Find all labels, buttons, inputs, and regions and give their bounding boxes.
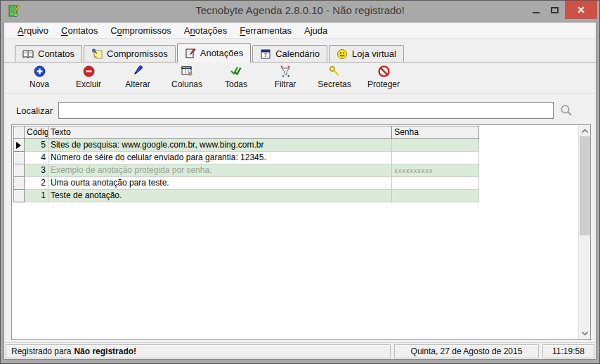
tab-loja-virtual[interactable]: Loja virtual: [329, 45, 404, 62]
cell-senha: [392, 152, 479, 164]
time-pane: 11:19:58: [542, 344, 594, 358]
row-selector-cell: [14, 139, 25, 152]
menu-anotacoes[interactable]: Anotações: [178, 24, 233, 37]
scrollbar-thumb[interactable]: [580, 136, 590, 235]
annotations-table: Código Texto Senha 5 Sites de pesquisa: …: [13, 126, 479, 202]
status-bar: Registrado para Não registrado! Quinta, …: [4, 342, 596, 359]
cell-senha: [392, 139, 479, 152]
table-header-row: Código Texto Senha: [14, 126, 479, 139]
menu-contatos[interactable]: Contatos: [55, 24, 104, 37]
tool-label: Nova: [30, 79, 49, 89]
menu-compromissos[interactable]: Compromissos: [104, 24, 178, 37]
app-window: Tecnobyte Agenda 2.8.0.10 - Não registra…: [0, 0, 600, 364]
alterar-button[interactable]: Alterar: [115, 63, 160, 89]
secretas-button[interactable]: Secretas: [312, 63, 357, 89]
column-header-texto[interactable]: Texto: [48, 126, 392, 139]
cell-codigo: 2: [25, 177, 48, 190]
tool-label: Alterar: [125, 79, 150, 89]
registration-status-pane: Registrado para Não registrado!: [6, 344, 391, 358]
search-row: Localizar: [4, 99, 596, 122]
current-row-arrow-icon: [16, 142, 21, 149]
table-row[interactable]: 5 Sites de pesquisa: www.google.com.br, …: [14, 139, 479, 152]
filtrar-button[interactable]: Filtrar: [263, 63, 308, 89]
table-row[interactable]: 2 Uma ourta anotação para teste.: [14, 177, 479, 190]
search-label: Localizar: [16, 105, 58, 116]
tab-label: Loja virtual: [352, 48, 396, 59]
tab-label: Compromissos: [107, 48, 168, 59]
column-header-codigo[interactable]: Código: [25, 126, 48, 139]
tool-label: Proteger: [367, 79, 400, 89]
magnifier-icon[interactable]: [559, 103, 573, 117]
cell-senha-masked: xxxxxxxxxx: [394, 167, 433, 174]
tab-anotacoes[interactable]: Anotações: [177, 43, 251, 63]
tool-label: Colunas: [171, 79, 202, 89]
column-header-senha[interactable]: Senha: [392, 126, 479, 139]
todas-button[interactable]: Todas: [214, 63, 259, 89]
search-input[interactable]: [58, 102, 554, 119]
tool-label: Filtrar: [275, 79, 296, 89]
close-icon: ✕: [577, 5, 585, 15]
tab-calendario[interactable]: 7 Calendário: [252, 45, 327, 62]
table-row[interactable]: 4 Número de séire do celular enviado par…: [14, 152, 479, 164]
notepad-pencil-icon: [185, 48, 196, 58]
registered-label: Registrado para: [11, 346, 71, 356]
cell-texto: Número de séire do celular enviado para …: [48, 152, 392, 164]
maximize-icon: [551, 7, 559, 13]
cell-texto: Teste de anotação.: [48, 190, 392, 202]
window-title: Tecnobyte Agenda 2.8.0.10 - Não registra…: [1, 4, 599, 16]
row-selector-cell: [14, 164, 25, 177]
client-area: Arquivo Contatos Compromissos Anotações …: [4, 22, 596, 360]
smiley-icon: [337, 48, 348, 60]
tool-label: Secretas: [318, 79, 351, 89]
note-key-icon: [91, 48, 103, 59]
tool-label: Excluir: [76, 79, 101, 89]
selector-header-cell: [14, 126, 25, 139]
tab-compromissos[interactable]: Compromissos: [84, 45, 176, 62]
titlebar[interactable]: Tecnobyte Agenda 2.8.0.10 - Não registra…: [1, 1, 599, 22]
pencil-icon: [131, 65, 145, 78]
minimize-button[interactable]: [527, 1, 545, 19]
current-date: Quinta, 27 de Agosto de 2015: [411, 346, 523, 356]
calendar-icon: 7: [260, 48, 271, 59]
cell-texto: Exemplo de anotação protegida por senha.: [48, 164, 392, 177]
vertical-scrollbar[interactable]: [578, 125, 590, 339]
colunas-button[interactable]: Colunas: [164, 63, 209, 89]
chevron-down-icon: [582, 332, 588, 335]
row-selector-cell: [14, 152, 25, 164]
close-button[interactable]: ✕: [565, 1, 597, 19]
chevron-up-icon: [582, 129, 588, 133]
double-check-icon: [229, 65, 243, 78]
cell-senha: [392, 190, 479, 202]
table-row[interactable]: 3 Exemplo de anotação protegida por senh…: [14, 164, 479, 177]
excluir-button[interactable]: Excluir: [66, 63, 111, 89]
row-selector-cell: [14, 177, 25, 190]
tool-label: Todas: [225, 79, 247, 89]
scroll-down-button[interactable]: [579, 327, 591, 339]
tab-label: Contatos: [38, 48, 74, 59]
scroll-up-button[interactable]: [579, 125, 591, 137]
menu-ajuda[interactable]: Ajuda: [298, 24, 334, 37]
row-selector-cell: [14, 190, 25, 202]
nova-button[interactable]: Nova: [17, 63, 62, 89]
cell-texto: Uma ourta anotação para teste.: [48, 177, 392, 190]
menu-arquivo[interactable]: Arquivo: [11, 24, 55, 37]
address-book-icon: [22, 49, 34, 59]
proteger-button[interactable]: Proteger: [361, 63, 406, 89]
toolbar: Nova Excluir Alterar: [4, 63, 596, 94]
annotations-panel: Código Texto Senha 5 Sites de pesquisa: …: [11, 124, 591, 340]
key-icon: [328, 65, 341, 78]
cell-codigo: 5: [25, 139, 48, 152]
tab-label: Anotações: [200, 48, 243, 58]
table-row[interactable]: 1 Teste de anotação.: [14, 190, 479, 202]
cell-senha: [392, 177, 479, 190]
minimize-icon: [533, 12, 540, 13]
date-pane: Quinta, 27 de Agosto de 2015: [394, 344, 539, 358]
tab-contatos[interactable]: Contatos: [15, 45, 82, 62]
svg-text:7: 7: [264, 52, 268, 58]
cell-codigo: 1: [25, 190, 48, 202]
cell-texto: Sites de pesquisa: www.google.com.br, ww…: [48, 139, 392, 152]
menu-ferramentas[interactable]: Ferramentas: [233, 24, 298, 37]
work-area: Contatos Compromissos: [4, 39, 596, 342]
maximize-button[interactable]: [545, 1, 563, 19]
tab-label: Calendário: [275, 48, 320, 59]
